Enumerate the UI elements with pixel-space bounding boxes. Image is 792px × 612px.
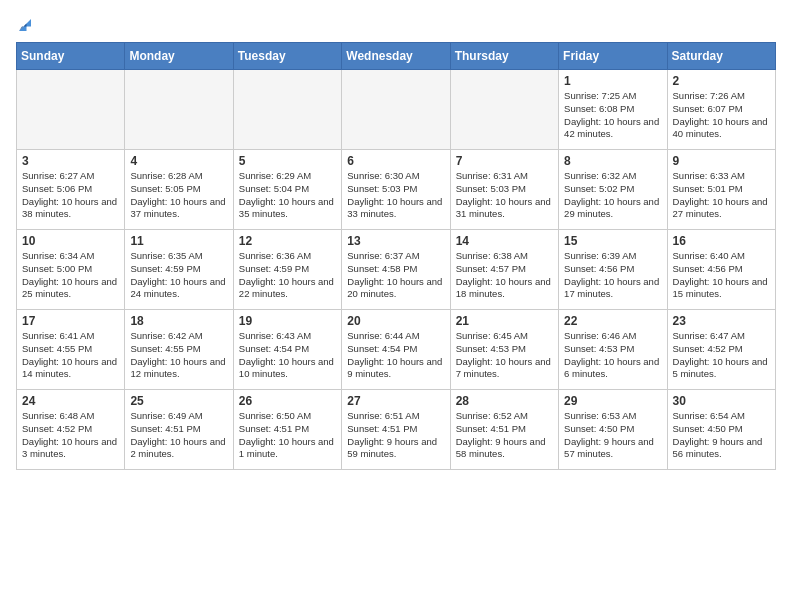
calendar-header-row: SundayMondayTuesdayWednesdayThursdayFrid… <box>17 43 776 70</box>
logo <box>16 16 38 34</box>
calendar-cell: 18Sunrise: 6:42 AM Sunset: 4:55 PM Dayli… <box>125 310 233 390</box>
day-info: Sunrise: 6:38 AM Sunset: 4:57 PM Dayligh… <box>456 250 553 301</box>
calendar-cell: 6Sunrise: 6:30 AM Sunset: 5:03 PM Daylig… <box>342 150 450 230</box>
calendar-cell <box>17 70 125 150</box>
day-info: Sunrise: 6:37 AM Sunset: 4:58 PM Dayligh… <box>347 250 444 301</box>
calendar-week-3: 10Sunrise: 6:34 AM Sunset: 5:00 PM Dayli… <box>17 230 776 310</box>
day-info: Sunrise: 7:25 AM Sunset: 6:08 PM Dayligh… <box>564 90 661 141</box>
calendar-cell: 26Sunrise: 6:50 AM Sunset: 4:51 PM Dayli… <box>233 390 341 470</box>
calendar-header-friday: Friday <box>559 43 667 70</box>
calendar-header-tuesday: Tuesday <box>233 43 341 70</box>
day-number: 10 <box>22 234 119 248</box>
day-info: Sunrise: 6:44 AM Sunset: 4:54 PM Dayligh… <box>347 330 444 381</box>
day-number: 23 <box>673 314 770 328</box>
day-info: Sunrise: 6:41 AM Sunset: 4:55 PM Dayligh… <box>22 330 119 381</box>
day-info: Sunrise: 6:42 AM Sunset: 4:55 PM Dayligh… <box>130 330 227 381</box>
calendar-week-5: 24Sunrise: 6:48 AM Sunset: 4:52 PM Dayli… <box>17 390 776 470</box>
day-info: Sunrise: 6:51 AM Sunset: 4:51 PM Dayligh… <box>347 410 444 461</box>
calendar-cell: 4Sunrise: 6:28 AM Sunset: 5:05 PM Daylig… <box>125 150 233 230</box>
calendar-cell: 8Sunrise: 6:32 AM Sunset: 5:02 PM Daylig… <box>559 150 667 230</box>
day-info: Sunrise: 6:47 AM Sunset: 4:52 PM Dayligh… <box>673 330 770 381</box>
calendar-cell: 16Sunrise: 6:40 AM Sunset: 4:56 PM Dayli… <box>667 230 775 310</box>
day-info: Sunrise: 6:43 AM Sunset: 4:54 PM Dayligh… <box>239 330 336 381</box>
day-number: 2 <box>673 74 770 88</box>
header <box>16 16 776 34</box>
day-info: Sunrise: 6:46 AM Sunset: 4:53 PM Dayligh… <box>564 330 661 381</box>
day-info: Sunrise: 6:27 AM Sunset: 5:06 PM Dayligh… <box>22 170 119 221</box>
day-info: Sunrise: 6:34 AM Sunset: 5:00 PM Dayligh… <box>22 250 119 301</box>
calendar-cell: 2Sunrise: 7:26 AM Sunset: 6:07 PM Daylig… <box>667 70 775 150</box>
day-number: 19 <box>239 314 336 328</box>
day-number: 8 <box>564 154 661 168</box>
day-number: 5 <box>239 154 336 168</box>
day-info: Sunrise: 6:31 AM Sunset: 5:03 PM Dayligh… <box>456 170 553 221</box>
day-number: 15 <box>564 234 661 248</box>
day-number: 21 <box>456 314 553 328</box>
day-number: 3 <box>22 154 119 168</box>
calendar-cell: 13Sunrise: 6:37 AM Sunset: 4:58 PM Dayli… <box>342 230 450 310</box>
calendar-cell: 30Sunrise: 6:54 AM Sunset: 4:50 PM Dayli… <box>667 390 775 470</box>
calendar: SundayMondayTuesdayWednesdayThursdayFrid… <box>16 42 776 470</box>
calendar-cell: 29Sunrise: 6:53 AM Sunset: 4:50 PM Dayli… <box>559 390 667 470</box>
logo-icon <box>16 16 34 34</box>
day-info: Sunrise: 6:32 AM Sunset: 5:02 PM Dayligh… <box>564 170 661 221</box>
calendar-header-monday: Monday <box>125 43 233 70</box>
calendar-cell: 27Sunrise: 6:51 AM Sunset: 4:51 PM Dayli… <box>342 390 450 470</box>
calendar-cell: 20Sunrise: 6:44 AM Sunset: 4:54 PM Dayli… <box>342 310 450 390</box>
day-number: 1 <box>564 74 661 88</box>
day-info: Sunrise: 6:52 AM Sunset: 4:51 PM Dayligh… <box>456 410 553 461</box>
calendar-header-thursday: Thursday <box>450 43 558 70</box>
day-number: 16 <box>673 234 770 248</box>
calendar-cell: 22Sunrise: 6:46 AM Sunset: 4:53 PM Dayli… <box>559 310 667 390</box>
day-number: 26 <box>239 394 336 408</box>
calendar-week-4: 17Sunrise: 6:41 AM Sunset: 4:55 PM Dayli… <box>17 310 776 390</box>
day-number: 25 <box>130 394 227 408</box>
day-number: 17 <box>22 314 119 328</box>
calendar-cell <box>233 70 341 150</box>
calendar-cell: 23Sunrise: 6:47 AM Sunset: 4:52 PM Dayli… <box>667 310 775 390</box>
calendar-cell: 19Sunrise: 6:43 AM Sunset: 4:54 PM Dayli… <box>233 310 341 390</box>
calendar-cell: 25Sunrise: 6:49 AM Sunset: 4:51 PM Dayli… <box>125 390 233 470</box>
calendar-header-sunday: Sunday <box>17 43 125 70</box>
day-number: 22 <box>564 314 661 328</box>
day-number: 9 <box>673 154 770 168</box>
day-number: 11 <box>130 234 227 248</box>
calendar-cell: 12Sunrise: 6:36 AM Sunset: 4:59 PM Dayli… <box>233 230 341 310</box>
calendar-week-2: 3Sunrise: 6:27 AM Sunset: 5:06 PM Daylig… <box>17 150 776 230</box>
day-info: Sunrise: 7:26 AM Sunset: 6:07 PM Dayligh… <box>673 90 770 141</box>
calendar-cell: 14Sunrise: 6:38 AM Sunset: 4:57 PM Dayli… <box>450 230 558 310</box>
day-number: 7 <box>456 154 553 168</box>
day-number: 29 <box>564 394 661 408</box>
calendar-week-1: 1Sunrise: 7:25 AM Sunset: 6:08 PM Daylig… <box>17 70 776 150</box>
day-info: Sunrise: 6:33 AM Sunset: 5:01 PM Dayligh… <box>673 170 770 221</box>
calendar-cell: 7Sunrise: 6:31 AM Sunset: 5:03 PM Daylig… <box>450 150 558 230</box>
calendar-cell: 10Sunrise: 6:34 AM Sunset: 5:00 PM Dayli… <box>17 230 125 310</box>
calendar-cell: 1Sunrise: 7:25 AM Sunset: 6:08 PM Daylig… <box>559 70 667 150</box>
day-info: Sunrise: 6:28 AM Sunset: 5:05 PM Dayligh… <box>130 170 227 221</box>
calendar-cell <box>450 70 558 150</box>
day-info: Sunrise: 6:48 AM Sunset: 4:52 PM Dayligh… <box>22 410 119 461</box>
calendar-cell <box>342 70 450 150</box>
day-info: Sunrise: 6:36 AM Sunset: 4:59 PM Dayligh… <box>239 250 336 301</box>
day-info: Sunrise: 6:29 AM Sunset: 5:04 PM Dayligh… <box>239 170 336 221</box>
calendar-cell <box>125 70 233 150</box>
day-info: Sunrise: 6:50 AM Sunset: 4:51 PM Dayligh… <box>239 410 336 461</box>
day-info: Sunrise: 6:30 AM Sunset: 5:03 PM Dayligh… <box>347 170 444 221</box>
day-number: 20 <box>347 314 444 328</box>
day-number: 18 <box>130 314 227 328</box>
day-info: Sunrise: 6:54 AM Sunset: 4:50 PM Dayligh… <box>673 410 770 461</box>
calendar-header-wednesday: Wednesday <box>342 43 450 70</box>
calendar-cell: 5Sunrise: 6:29 AM Sunset: 5:04 PM Daylig… <box>233 150 341 230</box>
day-number: 6 <box>347 154 444 168</box>
calendar-cell: 24Sunrise: 6:48 AM Sunset: 4:52 PM Dayli… <box>17 390 125 470</box>
calendar-cell: 9Sunrise: 6:33 AM Sunset: 5:01 PM Daylig… <box>667 150 775 230</box>
day-number: 30 <box>673 394 770 408</box>
day-number: 13 <box>347 234 444 248</box>
calendar-cell: 3Sunrise: 6:27 AM Sunset: 5:06 PM Daylig… <box>17 150 125 230</box>
calendar-cell: 17Sunrise: 6:41 AM Sunset: 4:55 PM Dayli… <box>17 310 125 390</box>
day-info: Sunrise: 6:53 AM Sunset: 4:50 PM Dayligh… <box>564 410 661 461</box>
calendar-cell: 11Sunrise: 6:35 AM Sunset: 4:59 PM Dayli… <box>125 230 233 310</box>
day-number: 14 <box>456 234 553 248</box>
day-info: Sunrise: 6:40 AM Sunset: 4:56 PM Dayligh… <box>673 250 770 301</box>
calendar-cell: 15Sunrise: 6:39 AM Sunset: 4:56 PM Dayli… <box>559 230 667 310</box>
